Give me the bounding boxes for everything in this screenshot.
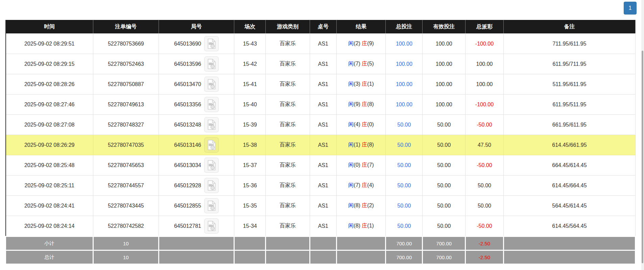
result-banker-label: 庄 bbox=[362, 101, 367, 107]
round-number: 645012781 bbox=[174, 223, 201, 229]
result-banker-label: 庄 bbox=[362, 122, 367, 127]
cell-total-payout: 100.00 bbox=[466, 74, 504, 94]
cell-bet-id: 522780745653 bbox=[93, 155, 159, 176]
total-bet-link[interactable]: 50.00 bbox=[397, 183, 411, 188]
bet-records-table: 时间 注单编号 局号 场次 游戏类别 桌号 结果 总投注 有效投注 总派彩 备注… bbox=[5, 20, 636, 265]
cell-bet-id: 522780748327 bbox=[93, 115, 159, 135]
round-number: 645013034 bbox=[174, 162, 201, 168]
cell-total-bet: 50.00 bbox=[386, 135, 423, 155]
summary-count: 10 bbox=[93, 237, 159, 250]
cell-total-payout: -100.00 bbox=[466, 94, 504, 115]
cell-session: 15-42 bbox=[234, 54, 266, 74]
video-replay-button[interactable] bbox=[204, 218, 219, 234]
cell-total-payout: -50.00 bbox=[466, 155, 504, 176]
video-replay-button[interactable] bbox=[204, 178, 219, 193]
cell-valid-bet: 50.00 bbox=[423, 135, 466, 155]
cell-game-type: 百家乐 bbox=[266, 135, 310, 155]
cell-total-payout: 47.50 bbox=[466, 135, 504, 155]
summary-empty-game bbox=[266, 237, 310, 250]
cell-total-payout: -50.00 bbox=[466, 216, 504, 237]
cell-total-bet: 50.00 bbox=[386, 196, 423, 216]
cell-total-bet: 50.00 bbox=[386, 176, 423, 196]
cell-table-no: AS1 bbox=[310, 196, 336, 216]
cell-bet-id: 522780752463 bbox=[93, 54, 159, 74]
total-bet-link[interactable]: 100.00 bbox=[396, 61, 412, 67]
cell-table-no: AS1 bbox=[310, 216, 336, 237]
cell-session: 15-35 bbox=[234, 196, 266, 216]
result-banker-score: (5) bbox=[367, 61, 374, 66]
cell-total-bet: 100.00 bbox=[386, 74, 423, 94]
result-player-score: (2) bbox=[354, 40, 360, 46]
summary-empty-table bbox=[310, 250, 336, 264]
summary-empty-game bbox=[266, 250, 310, 264]
cell-bet-id: 522780749613 bbox=[93, 94, 159, 115]
round-number: 645013596 bbox=[174, 61, 201, 67]
result-player-label: 闲 bbox=[348, 40, 354, 46]
bet-record-row: 2025-09-02 08:27:08 522780748327 6450132… bbox=[6, 115, 636, 135]
bet-record-row: 2025-09-02 08:24:14 522780742582 6450127… bbox=[6, 216, 636, 237]
summary-remark bbox=[503, 237, 635, 250]
cell-game-type: 百家乐 bbox=[266, 34, 310, 54]
header-remark: 备注 bbox=[503, 20, 635, 34]
cell-remark: 614.45/564.45 bbox=[503, 216, 635, 237]
cell-game-type: 百家乐 bbox=[266, 176, 310, 196]
video-replay-button[interactable] bbox=[204, 97, 219, 112]
table-header-row: 时间 注单编号 局号 场次 游戏类别 桌号 结果 总投注 有效投注 总派彩 备注 bbox=[6, 20, 636, 34]
cell-total-payout: -100.00 bbox=[466, 34, 504, 54]
result-banker-score: (4) bbox=[367, 182, 374, 188]
round-number: 645012928 bbox=[174, 183, 201, 189]
summary-empty-table bbox=[310, 237, 336, 250]
total-bet-link[interactable]: 100.00 bbox=[396, 102, 412, 107]
summary-total-payout: -2.50 bbox=[466, 237, 504, 250]
cell-total-bet: 50.00 bbox=[386, 155, 423, 176]
total-bet-link[interactable]: 50.00 bbox=[397, 162, 411, 168]
result-player-score: (7) bbox=[354, 182, 360, 188]
total-bet-link[interactable]: 100.00 bbox=[396, 41, 412, 47]
cell-time: 2025-09-02 08:25:48 bbox=[6, 155, 93, 176]
table-summary: 小计 10 700.00 700.00 -2.50 总计 10 700.00 bbox=[6, 237, 636, 264]
cell-time: 2025-09-02 08:24:41 bbox=[6, 196, 93, 216]
cell-remark: 611.95/711.95 bbox=[503, 54, 635, 74]
total-bet-link[interactable]: 50.00 bbox=[397, 223, 411, 229]
header-valid-bet: 有效投注 bbox=[423, 20, 466, 34]
video-replay-button[interactable] bbox=[204, 36, 219, 51]
total-bet-link[interactable]: 50.00 bbox=[397, 142, 411, 148]
cell-round-no: 645013146 bbox=[159, 135, 234, 155]
result-banker-score: (1) bbox=[367, 223, 374, 228]
bet-record-row: 2025-09-02 08:29:51 522780753669 6450136… bbox=[6, 34, 636, 54]
video-replay-button[interactable] bbox=[204, 137, 219, 153]
cell-game-type: 百家乐 bbox=[266, 115, 310, 135]
summary-empty-round bbox=[159, 250, 234, 264]
cell-valid-bet: 50.00 bbox=[423, 196, 466, 216]
summary-count: 10 bbox=[93, 250, 159, 264]
cell-table-no: AS1 bbox=[310, 74, 336, 94]
cell-game-type: 百家乐 bbox=[266, 155, 310, 176]
pagination-page-1-button[interactable]: 1 bbox=[624, 2, 637, 15]
cell-round-no: 645013690 bbox=[159, 34, 234, 54]
result-player-score: (1) bbox=[354, 142, 360, 147]
vertical-scrollbar-thumb[interactable] bbox=[642, 51, 643, 263]
video-file-icon bbox=[207, 59, 216, 69]
total-bet-link[interactable]: 50.00 bbox=[397, 203, 411, 209]
cell-session: 15-37 bbox=[234, 155, 266, 176]
cell-round-no: 645013470 bbox=[159, 74, 234, 94]
video-replay-button[interactable] bbox=[204, 198, 219, 213]
video-replay-button[interactable] bbox=[204, 117, 219, 132]
video-file-icon bbox=[207, 200, 216, 211]
video-replay-button[interactable] bbox=[204, 77, 219, 92]
cell-remark: 661.95/611.95 bbox=[503, 115, 635, 135]
cell-bet-id: 522780743445 bbox=[93, 196, 159, 216]
header-table-no: 桌号 bbox=[310, 20, 336, 34]
video-file-icon bbox=[207, 119, 216, 130]
cell-valid-bet: 50.00 bbox=[423, 155, 466, 176]
video-file-icon bbox=[207, 140, 216, 150]
video-replay-button[interactable] bbox=[204, 56, 219, 72]
total-bet-link[interactable]: 50.00 bbox=[397, 122, 411, 128]
bet-records-page: { "pagination": { "current_page": "1" },… bbox=[0, 0, 644, 270]
cell-bet-id: 522780742582 bbox=[93, 216, 159, 237]
header-session: 场次 bbox=[234, 20, 266, 34]
total-bet-link[interactable]: 100.00 bbox=[396, 81, 412, 87]
video-replay-button[interactable] bbox=[204, 158, 219, 173]
summary-empty-session bbox=[234, 250, 266, 264]
summary-empty-result bbox=[336, 250, 385, 264]
